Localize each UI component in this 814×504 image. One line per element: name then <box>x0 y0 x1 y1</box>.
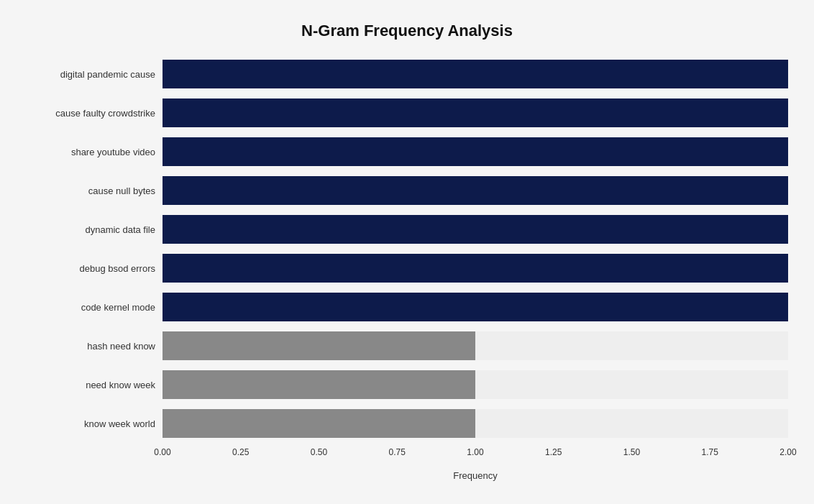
x-tick: 1.75 <box>702 447 718 457</box>
x-axis: 0.000.250.500.751.001.251.501.752.00 <box>26 447 788 469</box>
x-tick: 1.00 <box>467 447 483 457</box>
bar-track <box>163 60 788 88</box>
bar-track <box>163 331 788 360</box>
x-tick: 1.25 <box>545 447 562 457</box>
x-axis-label: Frequency <box>26 470 788 481</box>
x-tick: 0.50 <box>311 447 327 457</box>
bar-track <box>163 370 788 399</box>
bar-row: code kernel mode <box>26 288 788 326</box>
bar-label: hash need know <box>26 341 163 352</box>
x-tick: 0.25 <box>232 447 249 457</box>
bar-label: cause null bytes <box>26 185 163 196</box>
bar-row: need know week <box>26 365 788 404</box>
bar-label: cause faulty crowdstrike <box>26 108 163 119</box>
bar-row: debug bsod errors <box>26 249 788 288</box>
bar-row: cause null bytes <box>26 171 788 210</box>
x-tick: 0.75 <box>389 447 406 457</box>
bar-row: know week world <box>26 404 788 443</box>
bar-fill <box>163 254 788 283</box>
bar-label: need know week <box>26 380 163 390</box>
chart-area: digital pandemic causecause faulty crowd… <box>26 55 788 443</box>
bar-fill <box>163 409 475 438</box>
bar-track <box>163 409 788 438</box>
bar-label: debug bsod errors <box>26 263 163 274</box>
bar-label: dynamic data file <box>26 224 163 235</box>
chart-title: N-Gram Frequency Analysis <box>26 22 788 40</box>
x-tick: 1.50 <box>623 447 640 457</box>
bar-label: code kernel mode <box>26 302 163 313</box>
bar-row: digital pandemic cause <box>26 55 788 93</box>
bar-track <box>163 176 788 205</box>
x-tick: 2.00 <box>779 447 796 457</box>
bar-label: digital pandemic cause <box>26 69 163 80</box>
bar-track <box>163 293 788 321</box>
x-axis-track: 0.000.250.500.751.001.251.501.752.00 <box>163 447 788 469</box>
bar-row: hash need know <box>26 326 788 365</box>
bar-label: share youtube video <box>26 147 163 157</box>
bar-row: share youtube video <box>26 132 788 171</box>
bar-fill <box>163 60 788 88</box>
bar-fill <box>163 137 788 166</box>
bar-fill <box>163 293 788 321</box>
bar-track <box>163 254 788 283</box>
bar-fill <box>163 176 788 205</box>
bar-row: dynamic data file <box>26 210 788 249</box>
bar-row: cause faulty crowdstrike <box>26 93 788 132</box>
bar-label: know week world <box>26 418 163 429</box>
x-tick: 0.00 <box>154 447 170 457</box>
chart-container: N-Gram Frequency Analysis digital pandem… <box>12 7 802 504</box>
bar-fill <box>163 370 475 399</box>
bar-track <box>163 137 788 166</box>
bar-fill <box>163 215 788 244</box>
bar-fill <box>163 98 788 127</box>
bar-fill <box>163 331 475 360</box>
bar-track <box>163 215 788 244</box>
bar-track <box>163 98 788 127</box>
